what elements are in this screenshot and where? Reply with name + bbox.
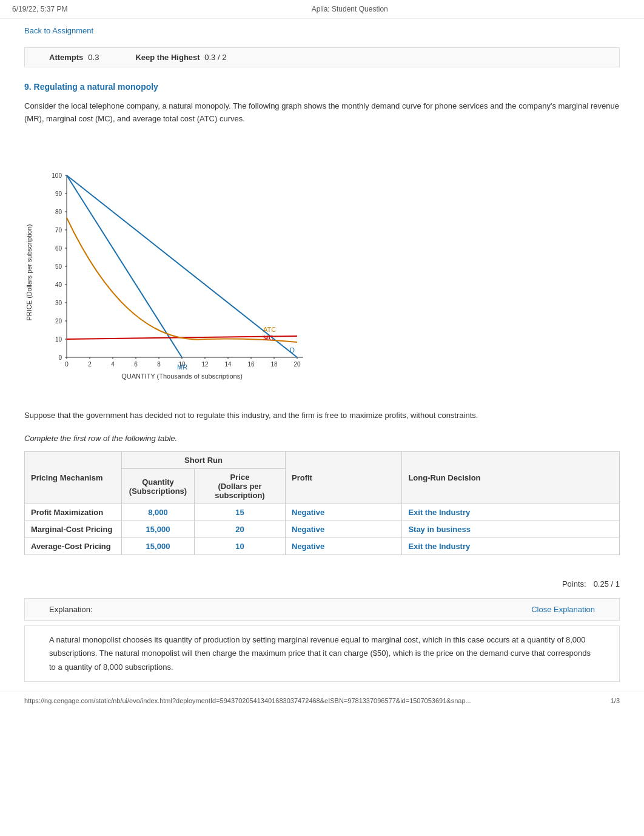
explanation-text: A natural monopolist chooses its quantit… <box>24 625 620 681</box>
footer: https://ng.cengage.com/static/nb/ui/evo/… <box>0 692 644 709</box>
qty-profit-max: 8,000 <box>122 504 195 521</box>
svg-text:50: 50 <box>55 263 62 270</box>
footer-page: 1/3 <box>611 697 620 704</box>
th-quantity-label: Quantity <box>128 477 188 487</box>
profit-mc: Negative <box>286 521 402 538</box>
close-explanation-button[interactable]: Close Explanation <box>531 605 595 614</box>
attempts-bar: Attempts 0.3 Keep the Highest 0.3 / 2 <box>24 47 620 67</box>
atc-curve <box>67 218 297 342</box>
x-axis-label: QUANTITY (Thousands of subscriptions) <box>121 372 243 380</box>
points-row: Points: 0.25 / 1 <box>0 575 644 593</box>
svg-text:100: 100 <box>52 172 62 179</box>
page-title: Aplia: Student Question <box>312 5 388 13</box>
explanation-label: Explanation: <box>49 605 93 614</box>
points-value: 0.25 / 1 <box>594 579 620 588</box>
th-price: Price (Dollars per subscription) <box>195 469 286 504</box>
mechanism-profit-max: Profit Maximization <box>25 504 122 521</box>
price-profit-max: 15 <box>195 504 286 521</box>
svg-text:18: 18 <box>270 361 278 368</box>
th-price-label: Price <box>201 473 279 482</box>
th-profit: Profit <box>286 452 402 504</box>
th-pricing-mechanism: Pricing Mechanism <box>25 452 122 504</box>
question-text: Consider the local telephone company, a … <box>24 100 620 126</box>
th-long-run: Long-Run Decision <box>402 452 620 504</box>
svg-text:20: 20 <box>55 318 62 325</box>
svg-text:40: 40 <box>55 281 62 288</box>
th-short-run: Short Run <box>122 452 286 469</box>
d-label: D <box>290 346 295 354</box>
svg-text:2: 2 <box>88 361 92 368</box>
qty-mc: 15,000 <box>122 521 195 538</box>
attempts-value: 0.3 <box>88 53 99 62</box>
svg-text:6: 6 <box>134 361 138 368</box>
top-bar: 6/19/22, 5:37 PM Aplia: Student Question <box>0 0 644 19</box>
price-mc: 20 <box>195 521 286 538</box>
atc-label: ATC <box>263 326 276 333</box>
th-price-sub: (Dollars per subscription) <box>201 482 279 500</box>
complete-text: Complete the first row of the following … <box>24 434 620 443</box>
chart-container: PRICE (Dollars per subscription) 0 10 20… <box>24 157 620 388</box>
svg-text:10: 10 <box>55 336 62 343</box>
attempts-label: Attempts <box>49 53 83 62</box>
back-to-assignment-link[interactable]: Back to Assignment <box>0 19 644 42</box>
svg-text:20: 20 <box>293 361 301 368</box>
svg-text:4: 4 <box>111 361 115 368</box>
svg-text:70: 70 <box>55 227 62 234</box>
points-label: Points: <box>562 579 586 588</box>
price-atc: 10 <box>195 538 286 555</box>
timestamp: 6/19/22, 5:37 PM <box>12 5 67 13</box>
decision-mc: Stay in business <box>402 521 620 538</box>
keep-highest: Keep the Highest 0.3 / 2 <box>135 53 226 62</box>
y-axis-label: PRICE (Dollars per subscription) <box>25 224 33 320</box>
svg-text:0: 0 <box>65 361 69 368</box>
svg-text:16: 16 <box>247 361 255 368</box>
svg-text:12: 12 <box>201 361 209 368</box>
qty-atc: 15,000 <box>122 538 195 555</box>
scenario-text: Suppose that the government has decided … <box>24 410 620 422</box>
pricing-table: Pricing Mechanism Short Run Profit Long-… <box>24 451 620 555</box>
svg-text:60: 60 <box>55 245 62 252</box>
profit-atc: Negative <box>286 538 402 555</box>
mr-label: MR <box>177 363 187 371</box>
table-row: Profit Maximization 8,000 15 Negative Ex… <box>25 504 620 521</box>
demand-curve-D <box>67 175 297 357</box>
decision-atc: Exit the Industry <box>402 538 620 555</box>
profit-profit-max: Negative <box>286 504 402 521</box>
th-quantity: Quantity (Subscriptions) <box>122 469 195 504</box>
mechanism-mc: Marginal-Cost Pricing <box>25 521 122 538</box>
svg-text:30: 30 <box>55 300 62 306</box>
explanation-bar: Explanation: Close Explanation <box>24 598 620 621</box>
table-section: Suppose that the government has decided … <box>0 400 644 575</box>
svg-text:8: 8 <box>157 361 161 368</box>
mr-curve <box>67 175 182 357</box>
table-row: Marginal-Cost Pricing 15,000 20 Negative… <box>25 521 620 538</box>
footer-url: https://ng.cengage.com/static/nb/ui/evo/… <box>24 697 471 704</box>
keep-highest-value: 0.3 / 2 <box>204 53 226 62</box>
svg-text:90: 90 <box>55 190 62 197</box>
th-quantity-sub: (Subscriptions) <box>128 487 188 496</box>
svg-text:0: 0 <box>58 354 62 361</box>
table-row: Average-Cost Pricing 15,000 10 Negative … <box>25 538 620 555</box>
keep-highest-label: Keep the Highest <box>135 53 200 62</box>
svg-text:80: 80 <box>55 209 62 215</box>
mechanism-atc: Average-Cost Pricing <box>25 538 122 555</box>
question-title: 9. Regulating a natural monopoly <box>24 82 620 92</box>
decision-profit-max: Exit the Industry <box>402 504 620 521</box>
svg-text:14: 14 <box>224 361 232 368</box>
mc-label: MC <box>263 334 273 342</box>
economics-chart: PRICE (Dollars per subscription) 0 10 20… <box>24 157 340 388</box>
question-section: 9. Regulating a natural monopoly Conside… <box>0 72 644 145</box>
